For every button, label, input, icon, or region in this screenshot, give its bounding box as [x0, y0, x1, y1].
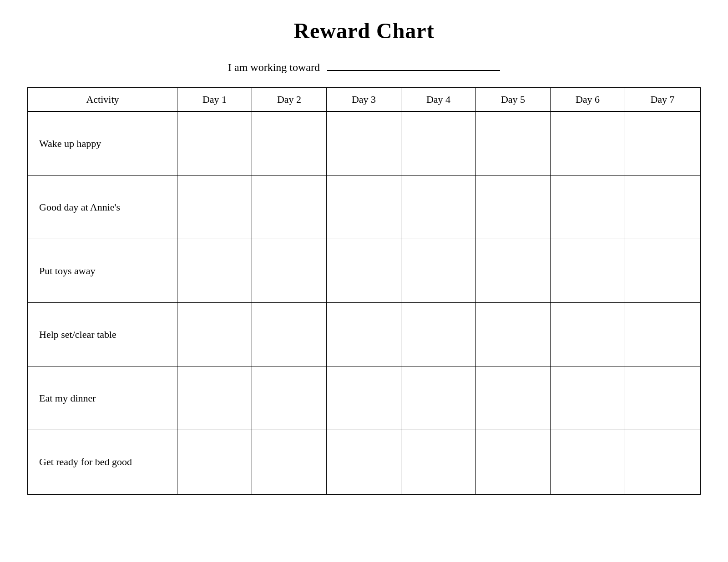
- day2-cell: [252, 430, 327, 494]
- header-day2: Day 2: [252, 88, 327, 111]
- activity-label: Help set/clear table: [28, 303, 177, 366]
- day6-cell: [551, 112, 625, 175]
- activity-label: Get ready for bed good: [28, 430, 177, 494]
- day1-cell: [177, 303, 252, 366]
- day5-cell: [476, 303, 551, 366]
- day5-cell: [476, 366, 551, 430]
- header-day7: Day 7: [625, 88, 700, 111]
- day7-cell: [625, 112, 700, 175]
- header-day6: Day 6: [551, 88, 625, 111]
- day7-cell: [625, 239, 700, 302]
- table-row: Wake up happy: [28, 112, 700, 176]
- subtitle-row: I am working toward: [27, 61, 701, 74]
- day6-cell: [551, 366, 625, 430]
- day7-cell: [625, 366, 700, 430]
- day3-cell: [327, 366, 401, 430]
- day2-cell: [252, 112, 327, 175]
- reward-chart-page: Reward Chart I am working toward Activit…: [27, 18, 701, 495]
- day4-cell: [401, 239, 476, 302]
- header-day1: Day 1: [177, 88, 252, 111]
- activity-label: Good day at Annie's: [28, 176, 177, 239]
- day3-cell: [327, 176, 401, 239]
- day3-cell: [327, 239, 401, 302]
- day4-cell: [401, 430, 476, 494]
- activity-label: Put toys away: [28, 239, 177, 302]
- day5-cell: [476, 430, 551, 494]
- header-day5: Day 5: [476, 88, 551, 111]
- subtitle-text: I am working toward: [228, 61, 320, 74]
- day7-cell: [625, 430, 700, 494]
- activity-label: Eat my dinner: [28, 366, 177, 430]
- day6-cell: [551, 430, 625, 494]
- table-row: Put toys away: [28, 239, 700, 303]
- activity-label: Wake up happy: [28, 112, 177, 175]
- day2-cell: [252, 176, 327, 239]
- day5-cell: [476, 112, 551, 175]
- day1-cell: [177, 112, 252, 175]
- day2-cell: [252, 303, 327, 366]
- working-toward-line: [327, 70, 500, 71]
- header-day3: Day 3: [327, 88, 401, 111]
- day2-cell: [252, 239, 327, 302]
- header-activity: Activity: [28, 88, 177, 111]
- day7-cell: [625, 176, 700, 239]
- day4-cell: [401, 112, 476, 175]
- day3-cell: [327, 303, 401, 366]
- day7-cell: [625, 303, 700, 366]
- day1-cell: [177, 366, 252, 430]
- day5-cell: [476, 176, 551, 239]
- chart-table: Activity Day 1 Day 2 Day 3 Day 4 Day 5 D…: [27, 87, 701, 495]
- table-row: Help set/clear table: [28, 303, 700, 366]
- table-row: Good day at Annie's: [28, 176, 700, 239]
- chart-header: Activity Day 1 Day 2 Day 3 Day 4 Day 5 D…: [28, 88, 700, 112]
- day3-cell: [327, 430, 401, 494]
- day4-cell: [401, 366, 476, 430]
- day3-cell: [327, 112, 401, 175]
- day6-cell: [551, 303, 625, 366]
- day6-cell: [551, 176, 625, 239]
- page-title: Reward Chart: [27, 18, 701, 43]
- table-row: Get ready for bed good: [28, 430, 700, 494]
- day4-cell: [401, 176, 476, 239]
- day6-cell: [551, 239, 625, 302]
- day1-cell: [177, 430, 252, 494]
- day1-cell: [177, 176, 252, 239]
- day5-cell: [476, 239, 551, 302]
- day2-cell: [252, 366, 327, 430]
- day4-cell: [401, 303, 476, 366]
- table-row: Eat my dinner: [28, 366, 700, 430]
- day1-cell: [177, 239, 252, 302]
- header-day4: Day 4: [401, 88, 476, 111]
